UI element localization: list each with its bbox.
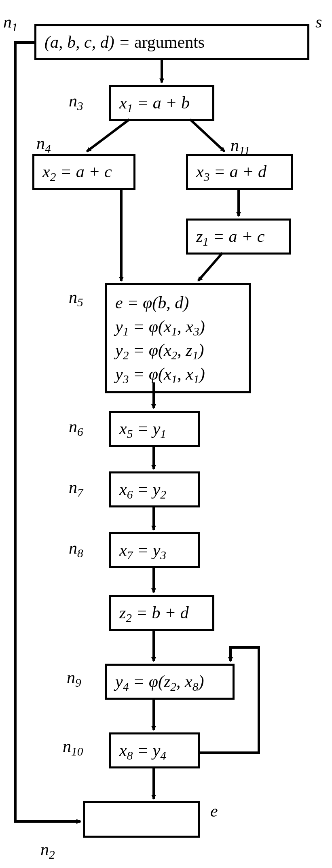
svg-line-1: [87, 119, 129, 151]
edges-overlay: [0, 0, 332, 868]
svg-line-5: [198, 253, 222, 281]
svg-line-2: [190, 119, 224, 151]
